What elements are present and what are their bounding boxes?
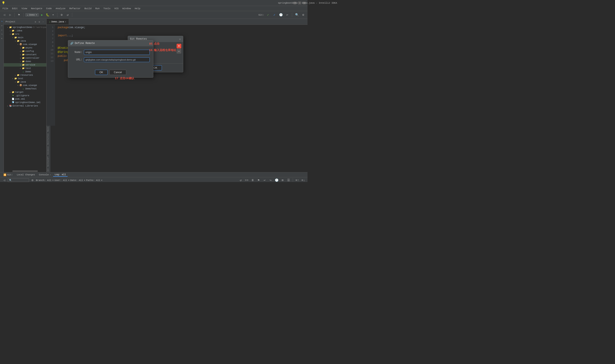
define-remote-name-input[interactable] bbox=[84, 50, 150, 55]
tree-item-controller[interactable]: ▸ 📁 controller bbox=[4, 56, 46, 60]
git-history-button[interactable]: 🕐 bbox=[278, 12, 283, 17]
git-update-button[interactable]: ✓ bbox=[266, 12, 270, 17]
right-icon-nexchatgpt[interactable]: NexChatGPT bbox=[47, 156, 50, 167]
menu-help[interactable]: Help bbox=[133, 7, 142, 10]
coverage-button[interactable]: ☂ bbox=[51, 13, 55, 17]
tree-item-target[interactable]: ▸ 📁 target bbox=[4, 91, 46, 94]
git-rollback-button[interactable]: ↩ bbox=[285, 12, 290, 17]
right-icon-ant[interactable]: Ant bbox=[47, 168, 50, 171]
build-button[interactable]: ⚙ bbox=[59, 12, 64, 17]
git-remotes-close-button[interactable]: ✕ bbox=[179, 37, 181, 41]
forward-button[interactable]: ▷ bbox=[8, 12, 13, 17]
git-refresh-button[interactable]: ↺ bbox=[238, 178, 243, 182]
tree-item-idea[interactable]: ▸ 📁 .idea bbox=[4, 29, 46, 32]
git-columns-button[interactable]: ☰ bbox=[286, 178, 291, 182]
tree-item-pom[interactable]: 📄 pom.xml bbox=[4, 97, 46, 101]
git-cherry-pick[interactable]: ⚑ bbox=[256, 178, 261, 182]
tab-close-demo-java[interactable]: ✕ bbox=[65, 21, 66, 23]
git-filter-branch: Branch: All ▾ bbox=[36, 179, 53, 182]
tree-item-src[interactable]: ▾ 📁 src bbox=[4, 32, 46, 36]
menu-run[interactable]: Run bbox=[94, 7, 101, 10]
run-configuration[interactable]: ☕ Demo ▾ bbox=[25, 13, 39, 17]
right-icon-maven[interactable]: Maven bbox=[47, 127, 50, 132]
search-everywhere-button[interactable]: 🔍 bbox=[294, 12, 299, 17]
menu-refactor[interactable]: Refactor bbox=[68, 7, 82, 10]
menu-vcs[interactable]: VCS bbox=[113, 7, 120, 10]
define-remote-close-button[interactable]: ✕ bbox=[149, 42, 151, 45]
tree-item-resources[interactable]: ▸ 📁 resources bbox=[4, 73, 46, 77]
define-remote-cancel-button[interactable]: Cancel bbox=[109, 70, 126, 75]
bottom-tab-git[interactable]: 🔀 Git: bbox=[2, 173, 14, 177]
back-button[interactable]: ◁ bbox=[2, 12, 7, 17]
project-sidebar-icon[interactable]: P bbox=[0, 20, 4, 23]
run-config-icon: ☕ bbox=[27, 13, 28, 16]
tree-item-java-main[interactable]: ▾ 📁 java bbox=[4, 39, 46, 43]
settings-button[interactable]: ⚙ bbox=[301, 12, 306, 17]
git-undo-button[interactable]: ↩ bbox=[262, 178, 267, 182]
menu-view[interactable]: View bbox=[20, 7, 29, 10]
tree-item-demotest[interactable]: ☕ DemoTest bbox=[4, 87, 46, 91]
define-remote-ok-button[interactable]: OK bbox=[95, 70, 108, 75]
bookmark-button[interactable]: ⚑ bbox=[16, 12, 22, 17]
tree-item-demo[interactable]: ▸ 📁 demo bbox=[4, 60, 46, 63]
git-commit-button[interactable]: ✓ bbox=[272, 12, 277, 17]
git-redo-button[interactable]: ↪ bbox=[268, 178, 273, 182]
tree-item-com-xiaoge-test[interactable]: ▾ 📦 com.xiaoge bbox=[4, 84, 46, 87]
favorites-icon[interactable]: ★ bbox=[0, 28, 4, 32]
tree-item-test[interactable]: ▾ 📁 test bbox=[4, 77, 46, 80]
tree-item-test-inner[interactable]: ▸ 📁 test bbox=[4, 66, 46, 70]
debug-button[interactable]: 🐛 bbox=[45, 13, 50, 17]
right-icon-database[interactable]: Database bbox=[47, 146, 50, 155]
tree-item-config[interactable]: ▸ 📁 config bbox=[4, 50, 46, 53]
panel-icon-minus[interactable]: – bbox=[42, 20, 45, 23]
tree-item-root[interactable]: ▾ 📁 springbootDemo D:\workspace\zhangxia… bbox=[4, 26, 46, 29]
tree-item-main[interactable]: ▾ 📁 main bbox=[4, 36, 46, 39]
tree-item-com-xiaoge[interactable]: ▾ 📦 com.xiaoge bbox=[4, 43, 46, 46]
run-button[interactable]: ▶ bbox=[40, 13, 44, 17]
console-close-icon[interactable]: ✕ bbox=[50, 174, 51, 176]
git-grid-button[interactable]: ⊞ bbox=[280, 178, 285, 182]
git-search-input[interactable] bbox=[8, 178, 29, 182]
define-remote-url-input[interactable] bbox=[84, 57, 150, 62]
web-icon[interactable]: W bbox=[0, 37, 4, 40]
git-filter2-icon[interactable]: ≡↓ bbox=[301, 178, 306, 182]
project-scrollbar[interactable] bbox=[12, 170, 38, 172]
tree-icon-idea: 📁 bbox=[12, 29, 14, 32]
persistence-icon[interactable]: P bbox=[0, 32, 4, 36]
add-remote-button[interactable]: + bbox=[177, 44, 181, 48]
menu-navigate[interactable]: Navigate bbox=[29, 7, 44, 10]
tree-item-service[interactable]: ▸ 📁 service bbox=[4, 63, 46, 66]
remove-remote-button[interactable]: – bbox=[177, 49, 181, 53]
bottom-tab-local-changes[interactable]: Local Changes bbox=[15, 173, 37, 176]
git-filter-icon[interactable]: ≡↑ bbox=[295, 178, 300, 182]
git-expand-button[interactable]: >> bbox=[244, 178, 249, 182]
tree-item-external-libs[interactable]: ▸ 📚 External Libraries bbox=[4, 104, 46, 107]
tree-item-async[interactable]: ▸ 📁 async bbox=[4, 46, 46, 50]
tree-item-iml[interactable]: 💎 springbootDemo.iml bbox=[4, 101, 46, 104]
tree-item-java-test[interactable]: ▾ 📁 java bbox=[4, 80, 46, 84]
panel-icon-globe[interactable]: ⊕ bbox=[34, 20, 37, 23]
bottom-tab-log[interactable]: Log: all bbox=[53, 173, 68, 177]
local-changes-label: Local Changes bbox=[17, 173, 35, 176]
tree-item-constant[interactable]: ▸ 📁 constant bbox=[4, 53, 46, 56]
structure-icon[interactable]: S bbox=[0, 24, 4, 27]
menu-window[interactable]: Window bbox=[121, 7, 133, 10]
menu-file[interactable]: File bbox=[1, 7, 10, 10]
git-clock-button[interactable]: 🕐 bbox=[274, 178, 279, 182]
git-panel-collapse[interactable]: ◁ bbox=[2, 178, 7, 182]
panel-icon-gear[interactable]: ⚙ bbox=[38, 20, 41, 23]
tree-item-gitignore[interactable]: ⚑ .gitignore bbox=[4, 94, 46, 97]
menu-edit[interactable]: Edit bbox=[10, 7, 19, 10]
git-pause-button[interactable]: ⏸ bbox=[250, 178, 255, 182]
tree-item-demo-class[interactable]: ☕ Demo bbox=[4, 70, 46, 73]
sync-button[interactable]: ↺ bbox=[65, 12, 70, 17]
git-settings-button[interactable]: ⚙ bbox=[30, 178, 35, 182]
bottom-tab-console[interactable]: Console ✕ bbox=[37, 173, 53, 176]
line-numbers: 1 2 3 7 8 9 10 11 12 13 bbox=[47, 25, 55, 126]
right-icon-restful[interactable]: RestfulTool bbox=[47, 133, 50, 145]
menu-code[interactable]: Code bbox=[44, 7, 53, 10]
menu-build[interactable]: Build bbox=[83, 7, 93, 10]
menu-tools[interactable]: Tools bbox=[102, 7, 112, 10]
menu-analyze[interactable]: Analyze bbox=[54, 7, 67, 10]
tab-demo-java[interactable]: ☕ Demo.java ✕ bbox=[47, 19, 69, 25]
